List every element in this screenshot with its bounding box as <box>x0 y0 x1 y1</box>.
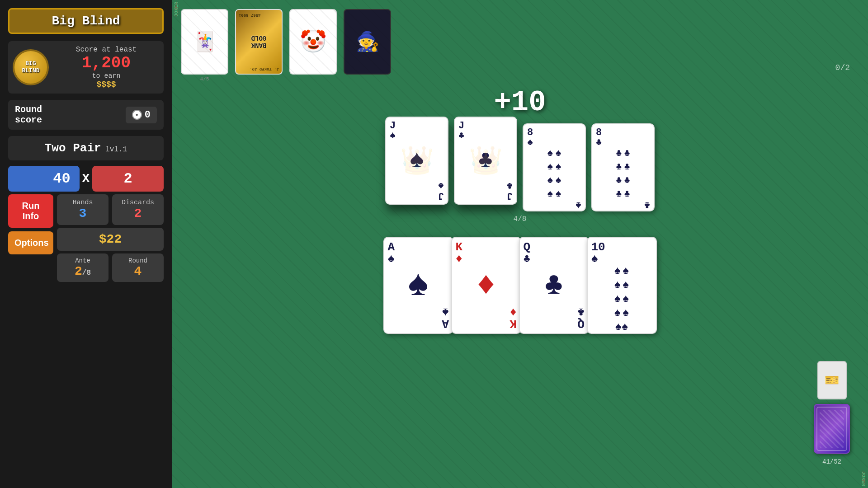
score-at-least-label: Score at least <box>76 46 137 54</box>
playing-area: J♠ ♠ J♠ 👑 J♣ ♣ J♣ 👑 8♠ <box>172 123 868 211</box>
discards-label: Discards <box>117 199 159 206</box>
discards-box: Discards 2 <box>112 194 164 225</box>
round-score-row: Round score ● 0 <box>8 100 164 130</box>
hand-card-ace-spades[interactable]: A♠ ♠ A♠ <box>383 237 453 334</box>
score-chip-icon: ● <box>132 110 142 120</box>
joker-card-1[interactable]: JOKER 🃏 JOKER 4/5 <box>181 9 228 82</box>
card-rank-top: 8♣ <box>596 128 650 148</box>
ante-label: Ante <box>61 257 104 264</box>
deck-count: 41/52 <box>822 458 841 465</box>
mult-x-label: X <box>82 172 90 186</box>
round-value: 4 <box>117 264 159 278</box>
run-info-button[interactable]: Run Info <box>8 194 53 228</box>
hand-level: lvl.1 <box>105 145 127 154</box>
mult-box: 2 <box>92 166 164 192</box>
hands-discards-row: Hands 3 Discards 2 <box>57 194 164 225</box>
hand-area: A♠ ♠ A♠ K♦ ♦ K♦ Q♣ ♣ Q♣ 10♠ <box>172 223 868 334</box>
hands-label: Hands <box>61 199 104 206</box>
joker1-count: 4/5 <box>181 76 228 82</box>
card-rank-top: J♠ <box>390 121 444 141</box>
voucher-card[interactable]: 🎫 <box>817 361 847 399</box>
ante-box: Ante 2/8 <box>57 253 108 282</box>
card-rank-bottom: 8♠ <box>527 200 581 211</box>
ante-round-row: Ante 2/8 Round 4 <box>57 253 164 282</box>
round-score-num: 0 <box>145 109 151 121</box>
hand-name-section: Two Pair lvl.1 <box>8 136 164 160</box>
deck-card[interactable] <box>814 404 850 454</box>
round-score-value-container: ● 0 <box>126 107 157 123</box>
joker-card-2[interactable]: J. TOKER JR. BANKGOLD 4567 8901 <box>235 9 283 82</box>
bottom-actions: Run Info Options Hands 3 Discards 2 $22 <box>8 194 164 282</box>
hand-count: 4/8 <box>514 215 527 223</box>
card-rank-top: J♣ <box>458 121 513 141</box>
hand-card-king-diamonds[interactable]: K♦ ♦ K♦ <box>451 237 521 334</box>
card-rank-bottom: J♠ <box>390 180 444 200</box>
hand-name: Two Pair <box>45 141 101 155</box>
coin-line1: BIG <box>25 60 36 67</box>
blind-coin: BIG BLIND <box>13 49 49 85</box>
joker-area: JOKER 🃏 JOKER 4/5 J. TOKER JR. BANKGOLD … <box>172 0 868 82</box>
action-buttons-column: Run Info Options <box>8 194 53 282</box>
blind-header: Big Blind <box>8 8 164 34</box>
left-panel: Big Blind BIG BLIND Score at least 1,200… <box>0 0 172 488</box>
money-box: $22 <box>57 228 164 251</box>
joker-card-4[interactable]: JOKER 🧙 JOKER <box>344 9 391 82</box>
ante-value: 2/8 <box>61 264 104 278</box>
consumable-count: 0/2 <box>835 63 850 72</box>
card-rank-bottom: 8♣ <box>596 200 650 211</box>
hands-value: 3 <box>61 206 104 221</box>
money-value: $22 <box>61 232 159 246</box>
to-earn-label: to earn <box>92 72 120 80</box>
card-rank-bottom: J♣ <box>458 180 513 200</box>
played-card-8-spades[interactable]: 8♠ ♠♠ ♠♠ ♠♠ ♠♠ 8♠ <box>523 123 586 211</box>
played-card-jack-spades[interactable]: J♠ ♠ J♠ 👑 <box>385 117 448 205</box>
round-box: Round 4 <box>112 253 164 282</box>
stats-grid: Hands 3 Discards 2 $22 Ante 2/8 <box>57 194 164 282</box>
blind-info-row: BIG BLIND Score at least 1,200 to earn $… <box>8 41 164 94</box>
played-card-jack-clubs[interactable]: J♣ ♣ J♣ 👑 <box>454 117 517 205</box>
consumable-area: 0/2 <box>835 9 850 72</box>
card-rank-top: 8♠ <box>527 128 581 148</box>
chips-box: 40 <box>8 166 80 192</box>
deck-inner <box>816 407 847 451</box>
round-label: Round <box>117 257 159 264</box>
joker-cards-row: JOKER 🃏 JOKER 4/5 J. TOKER JR. BANKGOLD … <box>181 9 391 82</box>
hand-score-row: 40 X 2 <box>8 166 164 192</box>
main-game-area: JOKER 🃏 JOKER 4/5 J. TOKER JR. BANKGOLD … <box>172 0 868 488</box>
earn-money: $$$$ <box>96 80 116 89</box>
coin-line2: BLIND <box>22 67 39 75</box>
discards-value: 2 <box>117 206 159 221</box>
played-count-label: 4/8 <box>172 215 868 223</box>
joker-card-3[interactable]: JOKER 🤡 JOKER <box>289 9 337 82</box>
hand-card-ten-spades[interactable]: 10♠ ♠♠ ♠♠ ♠♠ ♠♠ ♠♠ 10♠ <box>587 237 657 334</box>
blind-title: Big Blind <box>14 14 158 28</box>
played-card-8-clubs[interactable]: 8♣ ♣♣ ♣♣ ♣♣ ♣♣ 8♣ <box>591 123 655 211</box>
deck-area: 🎫 41/52 <box>814 361 850 465</box>
blind-score-info: Score at least 1,200 to earn $$$$ <box>53 46 159 89</box>
plus-indicator: +10 <box>172 86 868 119</box>
options-button[interactable]: Options <box>8 231 53 254</box>
hand-card-queen-clubs[interactable]: Q♣ ♣ Q♣ <box>519 237 589 334</box>
score-target: 1,200 <box>82 54 131 72</box>
deck-pattern <box>820 410 844 448</box>
hands-box: Hands 3 <box>57 194 108 225</box>
round-score-label: Round score <box>15 104 121 125</box>
